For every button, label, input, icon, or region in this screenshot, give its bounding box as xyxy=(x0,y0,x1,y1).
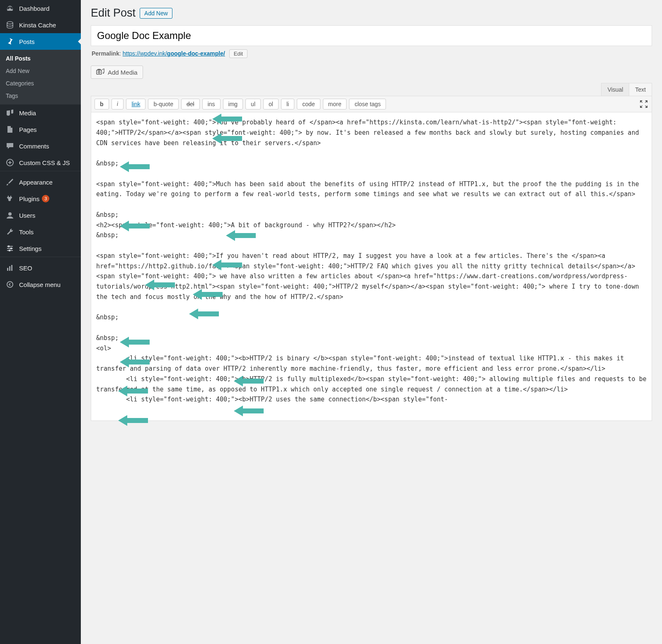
sidebar-item-label: SEO xyxy=(19,265,32,272)
editor-box: bilinkb-quotedelinsimgulollicodemoreclos… xyxy=(91,96,652,421)
pin-icon xyxy=(5,37,15,46)
svg-rect-6 xyxy=(7,268,8,271)
permalink-row: Permalink: https://wpdev.ink/google-doc-… xyxy=(91,49,652,58)
fullscreen-icon[interactable] xyxy=(639,100,648,109)
sidebar-submenu: All PostsAdd NewCategoriesTags xyxy=(0,50,81,104)
sidebar-item-label: Collapse menu xyxy=(19,281,61,288)
sidebar-item-pages[interactable]: Pages xyxy=(0,121,81,138)
svg-rect-7 xyxy=(9,266,10,271)
svg-rect-12 xyxy=(98,69,100,70)
svg-point-3 xyxy=(8,246,10,247)
sidebar-item-comments[interactable]: Comments xyxy=(0,138,81,154)
sidebar-item-kinsta-cache[interactable]: Kinsta Cache xyxy=(0,17,81,33)
sidebar-item-label: Plugins xyxy=(19,195,39,202)
permalink-label: Permalink xyxy=(92,50,119,57)
update-badge: 3 xyxy=(42,195,49,202)
svg-point-11 xyxy=(98,71,100,73)
sidebar-item-collapse-menu[interactable]: Collapse menu xyxy=(0,276,81,293)
media-row: Add Media xyxy=(91,66,652,79)
permalink-link[interactable]: https://wpdev.ink/google-doc-example/ xyxy=(123,50,225,57)
comment-icon xyxy=(5,142,15,150)
sidebar-item-label: Posts xyxy=(19,38,35,45)
qt-b-quote-button[interactable]: b-quote xyxy=(148,99,178,109)
sidebar-item-label: Comments xyxy=(19,143,49,150)
sidebar-item-settings[interactable]: Settings xyxy=(0,240,81,257)
sidebar-sub-add-new[interactable]: Add New xyxy=(0,65,81,77)
add-media-button[interactable]: Add Media xyxy=(91,66,143,79)
svg-point-4 xyxy=(11,248,12,249)
qt-i-button[interactable]: i xyxy=(112,99,124,109)
qt-del-button[interactable]: del xyxy=(181,99,200,109)
sidebar-item-label: Tools xyxy=(19,228,34,236)
qt-img-button[interactable]: img xyxy=(223,99,243,109)
sidebar-item-label: Media xyxy=(19,109,36,117)
sidebar-item-label: Pages xyxy=(19,126,37,133)
svg-rect-10 xyxy=(97,70,102,74)
sidebar-item-plugins[interactable]: Plugins3 xyxy=(0,190,81,207)
sidebar-item-seo[interactable]: SEO xyxy=(0,260,81,276)
add-new-button[interactable]: Add New xyxy=(140,8,172,19)
svg-rect-8 xyxy=(11,265,12,271)
svg-point-9 xyxy=(7,282,13,287)
wrench-icon xyxy=(5,228,15,236)
qt-ul-button[interactable]: ul xyxy=(245,99,261,109)
post-title-input[interactable] xyxy=(91,26,652,46)
plus-icon xyxy=(5,158,15,167)
qt-close-tags-button[interactable]: close tags xyxy=(349,99,386,109)
sidebar-item-posts[interactable]: Posts xyxy=(0,33,81,50)
sidebar-item-label: Dashboard xyxy=(19,5,49,12)
post-title-box xyxy=(91,25,652,46)
sidebar-item-dashboard[interactable]: Dashboard xyxy=(0,0,81,17)
sidebar-item-tools[interactable]: Tools xyxy=(0,224,81,240)
sidebar-item-users[interactable]: Users xyxy=(0,207,81,224)
editor-pane xyxy=(91,112,652,420)
page-title: Edit Post xyxy=(91,7,136,19)
sidebar-item-label: Appearance xyxy=(19,179,53,186)
edit-slug-button[interactable]: Edit xyxy=(229,49,247,58)
page-header: Edit Post Add New xyxy=(91,7,652,19)
svg-point-13 xyxy=(103,73,104,74)
svg-point-0 xyxy=(7,22,13,24)
page-icon xyxy=(5,125,15,134)
sidebar-item-media[interactable]: Media xyxy=(0,104,81,121)
qt-b-button[interactable]: b xyxy=(95,99,109,109)
post-content-textarea[interactable] xyxy=(91,112,652,419)
sidebar-item-label: Settings xyxy=(19,245,41,252)
qt-li-button[interactable]: li xyxy=(281,99,294,109)
quicktags-toolbar: bilinkb-quotedelinsimgulollicodemoreclos… xyxy=(91,96,652,112)
sidebar-item-label: Kinsta Cache xyxy=(19,22,56,29)
sidebar-sub-categories[interactable]: Categories xyxy=(0,77,81,90)
sidebar-item-custom-css-js[interactable]: Custom CSS & JS xyxy=(0,154,81,171)
qt-ins-button[interactable]: ins xyxy=(202,99,221,109)
sidebar-item-label: Users xyxy=(19,212,35,219)
seo-icon xyxy=(5,264,15,272)
qt-link-button[interactable]: link xyxy=(126,99,145,109)
sliders-icon xyxy=(5,244,15,253)
dashboard-icon xyxy=(5,4,15,12)
svg-point-5 xyxy=(9,250,10,251)
qt-ol-button[interactable]: ol xyxy=(263,99,279,109)
tab-visual[interactable]: Visual xyxy=(601,83,629,96)
user-icon xyxy=(5,211,15,219)
brush-icon xyxy=(5,178,15,186)
qt-more-button[interactable]: more xyxy=(323,99,347,109)
collapse-icon xyxy=(5,280,15,289)
svg-point-2 xyxy=(8,212,12,216)
sidebar-item-label: Custom CSS & JS xyxy=(19,159,70,166)
camera-music-icon xyxy=(96,68,104,76)
tab-text[interactable]: Text xyxy=(629,83,652,96)
qt-code-button[interactable]: code xyxy=(297,99,320,109)
sidebar-item-appearance[interactable]: Appearance xyxy=(0,174,81,190)
plug-icon xyxy=(5,194,15,203)
admin-sidebar: DashboardKinsta CachePostsAll PostsAdd N… xyxy=(0,0,81,644)
cache-icon xyxy=(5,21,15,29)
editor-tabs: Visual Text xyxy=(91,83,652,96)
media-icon xyxy=(5,109,15,117)
sidebar-sub-all-posts[interactable]: All Posts xyxy=(0,52,81,65)
main-content: Edit Post Add New Permalink: https://wpd… xyxy=(81,0,662,644)
sidebar-sub-tags[interactable]: Tags xyxy=(0,90,81,102)
